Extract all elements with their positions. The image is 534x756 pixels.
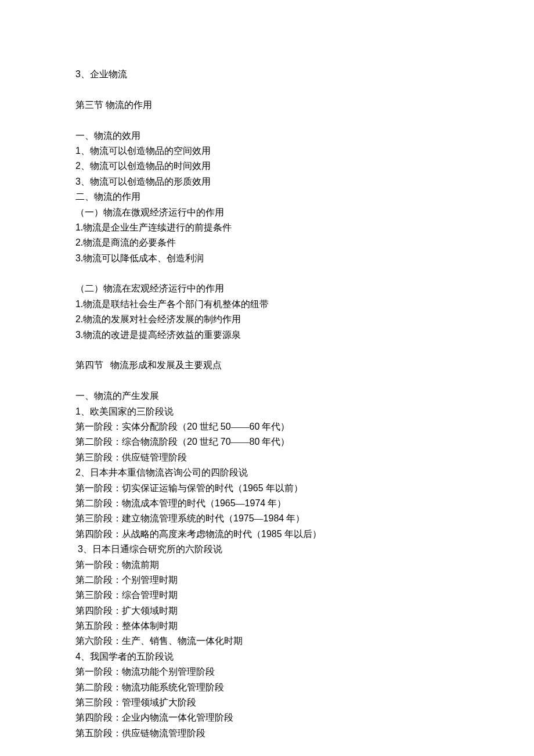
text-line: 2、物流可以创造物品的时间效用 [75, 159, 459, 174]
text-line: 4、我国学者的五阶段说 [75, 649, 459, 664]
text-line [75, 343, 459, 358]
text-line: 第四阶段：从战略的高度来考虑物流的时代（1985 年以后） [75, 527, 459, 542]
text-line: 第四节 物流形成和发展及主要观点 [75, 358, 459, 373]
text-line: 第一阶段：物流前期 [75, 557, 459, 573]
text-line: 2.物流的发展对社会经济发展的制约作用 [75, 312, 459, 327]
text-line: 第四阶段：扩大领域时期 [75, 603, 459, 618]
text-line: 3.物流可以降低成本、创造利润 [75, 251, 459, 266]
text-line: 3、企业物流 [75, 67, 459, 82]
document-page: 3、企业物流第三节 物流的作用一、物流的效用1、物流可以创造物品的空间效用2、物… [0, 0, 534, 756]
text-line: 第一阶段：实体分配阶段（20 世纪 50——60 年代） [75, 419, 459, 434]
text-line: 2.物流是商流的必要条件 [75, 235, 459, 250]
text-line: （一）物流在微观经济运行中的作用 [75, 205, 459, 220]
text-line: 1.物流是企业生产连续进行的前提条件 [75, 220, 459, 235]
text-line: 第五阶段：供应链物流管理阶段 [75, 726, 459, 741]
text-line: 3、物流可以创造物品的形质效用 [75, 174, 459, 189]
text-line: 第五阶段：整体体制时期 [75, 618, 459, 633]
text-line [75, 82, 459, 97]
text-line: 第六阶段：生产、销售、物流一体化时期 [75, 633, 459, 649]
text-line: 一、物流的效用 [75, 128, 459, 143]
text-line: 1.物流是联结社会生产各个部门有机整体的纽带 [75, 297, 459, 312]
text-line: 第二阶段：个别管理时期 [75, 573, 459, 588]
text-line: 第二阶段：物流成本管理的时代（1965—1974 年） [75, 496, 459, 511]
text-line: 第二阶段：物流功能系统化管理阶段 [75, 680, 459, 695]
text-line: 第一阶段：物流功能个别管理阶段 [75, 664, 459, 679]
document-body: 3、企业物流第三节 物流的作用一、物流的效用1、物流可以创造物品的空间效用2、物… [75, 67, 459, 741]
text-line: 3.物流的改进是提高经济效益的重要源泉 [75, 327, 459, 343]
text-line: 第三阶段：供应链管理阶段 [75, 450, 459, 465]
text-line: 2、日本井本重信物流咨询公司的四阶段说 [75, 465, 459, 480]
text-line [75, 113, 459, 128]
text-line [75, 266, 459, 281]
text-line [75, 373, 459, 388]
text-line: 1、物流可以创造物品的空间效用 [75, 143, 459, 159]
text-line: 一、物流的产生发展 [75, 388, 459, 404]
text-line: 第二阶段：综合物流阶段（20 世纪 70——80 年代） [75, 434, 459, 449]
text-line: 二、物流的作用 [75, 189, 459, 204]
text-line: 第三阶段：建立物流管理系统的时代（1975—1984 年） [75, 511, 459, 526]
text-line: 1、欧美国家的三阶段说 [75, 404, 459, 419]
text-line: 第三阶段：管理领域扩大阶段 [75, 695, 459, 710]
text-line: 3、日本日通综合研究所的六阶段说 [75, 542, 459, 557]
text-line: 第四阶段：企业内物流一体化管理阶段 [75, 710, 459, 725]
text-line: 第三节 物流的作用 [75, 98, 459, 113]
text-line: 第三阶段：综合管理时期 [75, 588, 459, 603]
text-line: 第一阶段：切实保证运输与保管的时代（1965 年以前） [75, 481, 459, 496]
text-line: （二）物流在宏观经济运行中的作用 [75, 281, 459, 296]
